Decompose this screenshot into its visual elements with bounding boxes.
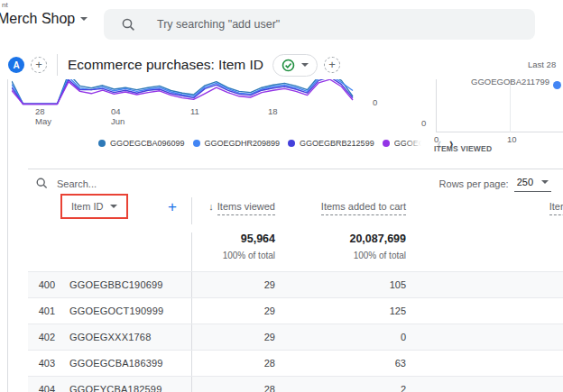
series-dot-icon bbox=[193, 140, 200, 147]
scatter-x-axis-title: ITEMS VIEWED bbox=[434, 144, 492, 153]
check-circle-icon bbox=[282, 59, 295, 72]
ga-analytics-screen: nt Merch Shop Try searching "add user" A… bbox=[0, 0, 563, 392]
report-title: Ecommerce purchases: Item ID bbox=[68, 57, 263, 73]
item-id-cell: GGOEGOCT190999 bbox=[55, 305, 163, 316]
topbar: nt Merch Shop Try searching "add user" bbox=[0, 0, 563, 43]
add-report-tab-button[interactable]: + bbox=[324, 57, 340, 73]
scatter-chart: GGOEGOBA211799 bbox=[436, 79, 563, 132]
table-search-icon bbox=[36, 178, 48, 189]
chevron-down-icon bbox=[301, 63, 309, 67]
charts-area: 28May 04Jun 11 18 0 GGOEGCBA096099 GGOEG… bbox=[8, 79, 563, 169]
scatter-x-zero: 0 bbox=[434, 134, 438, 144]
report-status-dropdown[interactable] bbox=[272, 54, 318, 77]
scatter-point-icon[interactable] bbox=[553, 81, 561, 89]
chevron-down-icon bbox=[541, 180, 549, 184]
rows-per-page: Rows per page: 250 bbox=[439, 175, 551, 192]
property-selector[interactable]: Merch Shop bbox=[0, 11, 88, 27]
item-id-cell: GGOEGBBC190699 bbox=[55, 279, 163, 290]
total-items-viewed-pct: 100% of total bbox=[192, 251, 275, 260]
line-chart-y-zero: 0 bbox=[373, 97, 377, 107]
line-chart bbox=[12, 79, 373, 110]
segment-chip-avatar[interactable]: A bbox=[8, 57, 24, 73]
total-items-added: 20,087,699 bbox=[275, 232, 406, 245]
dimension-header[interactable]: Item ID bbox=[71, 201, 103, 212]
legend-item[interactable]: GGOEGCBA096099 bbox=[98, 139, 185, 148]
search-icon bbox=[122, 18, 135, 32]
rows-per-page-select[interactable]: 250 bbox=[514, 175, 551, 192]
account-label-fragment: nt bbox=[2, 1, 8, 9]
item-id-cell: GGOEYCBA182599 bbox=[55, 384, 162, 392]
table-header-row: Item ID + ↓Items viewed Items added to c… bbox=[28, 197, 563, 224]
table-row[interactable]: 400 GGOEGBBC190699 29 105 bbox=[28, 271, 563, 297]
x-tick-04jun: 04Jun bbox=[111, 106, 125, 126]
report-panel: 28May 04Jun 11 18 0 GGOEGCBA096099 GGOEG… bbox=[7, 79, 563, 392]
add-column-button[interactable]: + bbox=[168, 198, 177, 216]
legend-item[interactable]: GGOEGDHR209899 bbox=[193, 139, 281, 148]
legend-item[interactable]: GGOEG bbox=[383, 139, 421, 148]
series-dot-icon bbox=[383, 140, 390, 147]
series-dot-icon bbox=[288, 140, 295, 147]
date-range-selector[interactable]: Last 28 bbox=[528, 59, 556, 69]
chevron-down-icon bbox=[110, 205, 117, 208]
total-items-added-pct: 100% of total bbox=[275, 251, 406, 260]
metric-header-items-viewed[interactable]: ↓Items viewed bbox=[192, 197, 275, 224]
item-id-annotation-box: Item ID bbox=[60, 194, 128, 219]
table-row[interactable]: 403 GGOEGCBA186399 28 63 bbox=[28, 350, 563, 376]
series-dot-icon bbox=[98, 140, 106, 147]
item-id-cell: GGOEGXXX1768 bbox=[55, 332, 151, 342]
table-row[interactable]: 404 GGOEYCBA182599 28 2 bbox=[28, 376, 563, 392]
total-items-viewed: 95,964 bbox=[192, 232, 275, 245]
sort-desc-icon: ↓ bbox=[208, 201, 214, 212]
scatter-point-label: GGOEGOBA211799 bbox=[471, 77, 549, 87]
x-tick-11: 11 bbox=[190, 106, 199, 116]
scatter-y-zero: 0 bbox=[421, 118, 426, 128]
add-segment-button[interactable]: + bbox=[31, 57, 47, 73]
table-totals-row: 95,964 100% of total 20,087,699 100% of … bbox=[28, 224, 563, 271]
property-name: Merch Shop bbox=[0, 11, 75, 27]
metric-header-items-purchased[interactable]: Items purchased bbox=[406, 197, 563, 224]
x-tick-28may: 28May bbox=[35, 106, 51, 126]
item-id-cell: GGOEGCBA186399 bbox=[55, 358, 163, 369]
global-search-input[interactable]: Try searching "add user" bbox=[104, 9, 535, 40]
chevron-down-icon bbox=[80, 17, 88, 21]
report-table: Search... Rows per page: 250 Item ID + bbox=[28, 169, 563, 392]
x-tick-18: 18 bbox=[268, 106, 278, 116]
metric-header-items-added[interactable]: Items added to cart bbox=[275, 197, 406, 224]
scatter-x-ten: 10 bbox=[507, 134, 517, 144]
rows-per-page-label: Rows per page: bbox=[439, 178, 509, 189]
table-search-input[interactable]: Search... bbox=[57, 178, 439, 189]
chart-legend: GGOEGCBA096099 GGOEGDHR209899 GGOEGBRB21… bbox=[98, 136, 453, 150]
header-divider bbox=[57, 54, 58, 76]
table-row[interactable]: 402 GGOEGXXX1768 29 0 bbox=[28, 324, 563, 350]
scatter-gridline bbox=[510, 79, 511, 132]
report-header: A + Ecommerce purchases: Item ID + bbox=[8, 50, 340, 80]
legend-item[interactable]: GGOEGBRB212599 bbox=[288, 139, 374, 148]
table-row[interactable]: 401 GGOEGOCT190999 29 125 bbox=[28, 297, 563, 324]
global-search-placeholder: Try searching "add user" bbox=[157, 18, 280, 31]
